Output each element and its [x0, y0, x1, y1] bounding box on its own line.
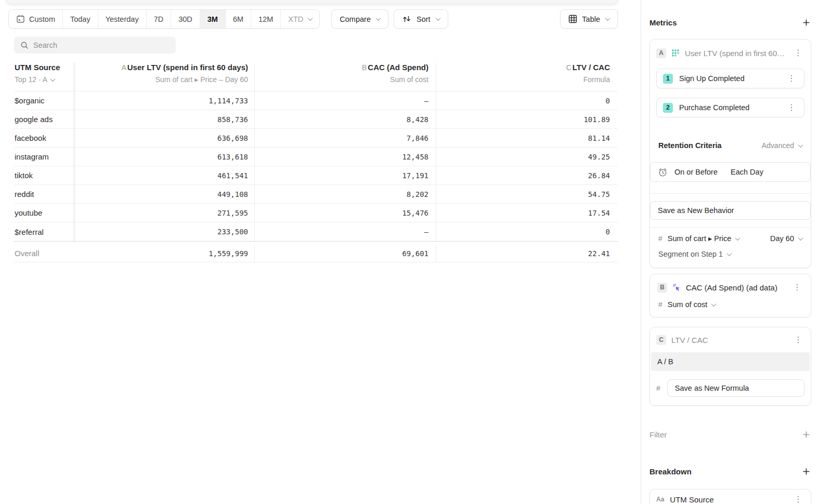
formula-input[interactable]: A / B — [651, 352, 810, 371]
table-grid-icon — [568, 15, 577, 23]
overall-cac: 69,601 — [255, 245, 436, 262]
compare-button[interactable]: Compare — [331, 9, 388, 29]
aggregation-property-label: Sum of cart ▸ Price — [668, 234, 732, 243]
metrics-section-title: Metrics — [649, 18, 677, 27]
cell-user-ltv: 858,736 — [74, 110, 255, 128]
aggregation-window-dropdown[interactable]: Day 60 — [770, 234, 802, 243]
cell-ltv-cac: 0 — [436, 222, 618, 241]
plus-icon — [802, 468, 810, 475]
metric-column-subtitle: Sum of cost — [390, 75, 428, 84]
save-as-new-formula-button[interactable]: Save as New Formula — [667, 379, 804, 397]
add-filter-button[interactable] — [801, 430, 811, 440]
chevron-down-icon — [711, 301, 717, 307]
cell-cac: 17,191 — [255, 166, 436, 184]
breakdown-item[interactable]: Aa UTM Source — [649, 489, 811, 504]
row-label: $organic — [14, 91, 74, 110]
table-row[interactable]: tiktok 461,541 17,191 26.84 — [14, 166, 618, 185]
date-range-button[interactable]: Today — [62, 10, 98, 28]
table-row[interactable]: facebook 636,698 7,846 81.14 — [14, 129, 618, 148]
table-row[interactable]: youtube 271,595 15,476 17.54 — [14, 204, 618, 222]
formula-save-row: Save as New Formula — [656, 379, 804, 397]
sort-button[interactable]: Sort — [394, 9, 448, 29]
retention-timing-card[interactable]: On or Before Each Day — [650, 162, 811, 182]
view-type-button[interactable]: Table — [560, 9, 618, 29]
cell-ltv-cac: 101.89 — [436, 110, 618, 128]
kebab-menu-icon[interactable] — [791, 282, 803, 293]
date-range-button[interactable]: Custom — [9, 10, 62, 28]
table-row[interactable]: reddit 449,108 8,202 54.75 — [14, 185, 618, 204]
date-range-button[interactable]: 30D — [171, 10, 200, 28]
metric-column-header[interactable]: BCAC (Ad Spend) Sum of cost — [255, 63, 436, 91]
table-row[interactable]: $organic 1,114,733 – 0 — [14, 91, 618, 110]
plus-icon — [802, 19, 810, 26]
save-as-new-behavior-button[interactable]: Save as New Behavior — [650, 201, 811, 220]
metric-b-header[interactable]: B CAC (Ad Spend) (ad data) — [657, 282, 803, 293]
numeric-type-icon — [656, 384, 660, 392]
segment-on-step-dropdown[interactable]: Segment on Step 1 — [658, 250, 731, 258]
date-range-button[interactable]: XTD — [280, 10, 319, 28]
date-range-button[interactable]: 6M — [225, 10, 251, 28]
cell-user-ltv: 233,500 — [74, 222, 255, 241]
cell-user-ltv: 636,698 — [74, 129, 255, 147]
date-range-button[interactable]: 3M — [200, 10, 225, 28]
date-range-picker: Custom Today Yesterday — [8, 9, 320, 29]
cell-cac: 8,202 — [255, 185, 436, 203]
metric-c-title: LTV / CAC — [671, 336, 787, 344]
cell-user-ltv: 271,595 — [74, 204, 255, 222]
date-range-button[interactable]: 12M — [251, 10, 280, 28]
cell-cac: 15,476 — [255, 204, 436, 222]
date-range-button[interactable]: 7D — [146, 10, 171, 28]
aggregation-property-dropdown[interactable]: Sum of cart ▸ Price — [668, 234, 740, 243]
date-range-label: 3M — [207, 15, 218, 23]
table-row[interactable]: google ads 858,736 8,428 101.89 — [14, 110, 618, 129]
table-row[interactable]: instagram 613,618 12,458 49.25 — [14, 148, 618, 166]
overall-row: Overall 1,559,999 69,601 22.41 — [14, 245, 618, 262]
advanced-dropdown[interactable]: Advanced — [762, 141, 802, 150]
alarm-clock-icon — [658, 167, 668, 177]
date-range-button[interactable]: Yesterday — [98, 10, 146, 28]
divider — [650, 227, 811, 228]
chevron-down-icon — [727, 251, 732, 256]
aggregation-row: Sum of cost — [658, 300, 802, 309]
chevron-down-icon — [50, 76, 56, 82]
metric-a-header[interactable]: A User LTV (spend in first 60 da... — [650, 45, 811, 61]
metric-column-subtitle: Sum of cart ▸ Price – Day 60 — [155, 75, 248, 84]
calendar-icon — [16, 15, 25, 23]
kebab-menu-icon[interactable] — [785, 102, 798, 113]
row-label: youtube — [14, 204, 74, 222]
cell-cac: 12,458 — [255, 148, 436, 166]
table-search — [14, 37, 176, 54]
step-event-label: Purchase Completed — [679, 103, 779, 112]
funnel-step[interactable]: 2 Purchase Completed — [656, 98, 804, 117]
aggregation-property-dropdown[interactable]: Sum of cost — [668, 300, 716, 309]
row-label: instagram — [14, 148, 74, 166]
retention-criteria-label: Retention Criteria — [658, 141, 722, 150]
chevron-down-icon — [308, 16, 313, 21]
metric-column-header[interactable]: AUser LTV (spend in first 60 days) Sum o… — [74, 63, 255, 91]
breakdown-column-header[interactable]: UTM Source Top 12 · A — [14, 63, 74, 91]
kebab-menu-icon[interactable] — [792, 335, 804, 345]
segment-row: Segment on Step 1 — [658, 250, 802, 258]
metric-column-subtitle: Formula — [583, 75, 610, 84]
date-range-label: 6M — [233, 15, 243, 23]
breakdown-column-title: UTM Source — [15, 63, 74, 72]
metric-c-header[interactable]: C LTV / CAC — [651, 334, 810, 346]
date-range-label: 12M — [258, 15, 273, 23]
add-breakdown-button[interactable] — [801, 467, 811, 476]
kebab-menu-icon[interactable] — [792, 494, 804, 504]
metric-column-header[interactable]: CLTV / CAC Formula — [436, 63, 618, 91]
metric-column-title: CAC (Ad Spend) — [368, 63, 428, 72]
kebab-menu-icon[interactable] — [792, 48, 804, 58]
aggregation-window-label: Day 60 — [770, 234, 794, 243]
date-range-label: 7D — [154, 15, 164, 23]
cell-ltv-cac: 54.75 — [436, 185, 618, 203]
kebab-menu-icon[interactable] — [785, 73, 798, 84]
funnel-step[interactable]: 1 Sign Up Completed — [656, 69, 804, 88]
add-metric-button[interactable] — [801, 18, 811, 28]
breakdown-column-subtitle: Top 12 · A — [15, 75, 47, 84]
search-input[interactable] — [33, 41, 170, 49]
overall-ltv-cac: 22.41 — [436, 245, 618, 262]
table-row[interactable]: $referral 233,500 – 0 — [14, 222, 618, 241]
cell-cac: – — [255, 222, 436, 241]
filter-section-header: Filter — [649, 430, 811, 440]
